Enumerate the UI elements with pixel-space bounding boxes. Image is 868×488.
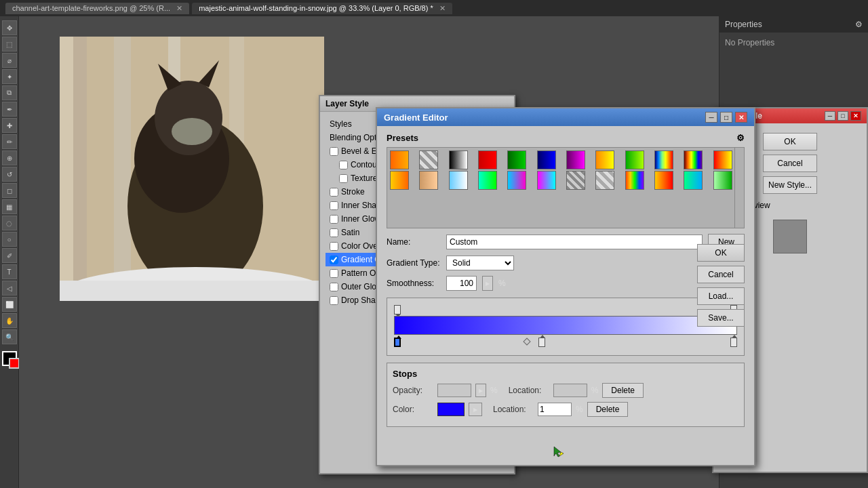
text-tool[interactable]: T (2, 264, 17, 279)
lsr-cancel-button[interactable]: Cancel (763, 155, 817, 172)
gradient-bar[interactable] (394, 316, 737, 335)
color-stop-right[interactable] (730, 338, 737, 347)
minimize-button[interactable]: ─ (705, 112, 717, 123)
preset-7[interactable] (566, 150, 585, 169)
foreground-color[interactable] (2, 351, 17, 366)
ok-button[interactable]: OK (697, 244, 745, 262)
preset-19[interactable] (566, 171, 585, 190)
opacity-stop-input[interactable] (437, 384, 471, 397)
preset-12[interactable] (713, 150, 732, 169)
preset-14[interactable] (419, 171, 438, 190)
presets-scrollbar[interactable] (734, 148, 744, 228)
heal-tool[interactable]: ✚ (2, 118, 17, 133)
ls-texture-check[interactable] (339, 174, 348, 183)
opacity-stop-row: Opacity: ▶ % Location: % Delete (393, 383, 738, 398)
magic-wand-tool[interactable]: ✦ (2, 69, 17, 84)
brush-tool[interactable]: ✏ (2, 134, 17, 149)
preset-15[interactable] (449, 171, 468, 190)
ls-pattern-check[interactable] (330, 269, 338, 278)
preset-21[interactable] (625, 171, 644, 190)
color-stop-left[interactable] (394, 338, 401, 347)
preset-6[interactable] (537, 150, 556, 169)
smoothness-label: Smoothness: (387, 279, 441, 288)
opacity-stop-bar (394, 304, 737, 314)
preset-8[interactable] (595, 150, 614, 169)
eyedropper-tool[interactable]: ✒ (2, 102, 17, 117)
opacity-stepper[interactable]: ▶ (475, 384, 486, 397)
color-location-input[interactable] (538, 403, 572, 416)
stamp-tool[interactable]: ⊕ (2, 150, 17, 165)
presets-grid-container[interactable] (387, 147, 745, 228)
preset-3[interactable] (449, 150, 468, 169)
midpoint-diamond[interactable] (524, 338, 531, 345)
opacity-stop-left[interactable] (394, 305, 401, 314)
opacity-delete-button[interactable]: Delete (602, 383, 644, 398)
background-color[interactable] (9, 358, 20, 369)
presets-settings-icon[interactable]: ⚙ (736, 133, 745, 143)
ls-satin-check[interactable] (330, 228, 338, 237)
smoothness-stepper[interactable]: ▶ (482, 276, 493, 291)
preset-13[interactable] (390, 171, 409, 190)
ls-drop-check[interactable] (330, 296, 338, 305)
ls-contour-check[interactable] (339, 161, 348, 169)
ls-color-check[interactable] (330, 242, 338, 251)
load-button[interactable]: Load... (697, 287, 745, 305)
preset-4[interactable] (478, 150, 497, 169)
save-button[interactable]: Save... (697, 309, 745, 327)
marquee-tool[interactable]: ⬚ (2, 37, 17, 52)
ls-gradient-check[interactable] (330, 256, 338, 264)
preset-1[interactable] (390, 150, 409, 169)
blur-tool[interactable]: ◌ (2, 216, 17, 230)
ls-bevel-check[interactable] (330, 147, 338, 156)
lsr-maximize[interactable]: □ (837, 111, 848, 121)
path-select-tool[interactable]: ◁ (2, 281, 17, 296)
lsr-ok-button[interactable]: OK (763, 133, 817, 150)
preset-18[interactable] (537, 171, 556, 190)
preset-22[interactable] (654, 171, 673, 190)
preset-5[interactable] (507, 150, 526, 169)
preset-2[interactable] (419, 150, 438, 169)
tab-close-wolf[interactable]: ✕ (439, 4, 446, 13)
preset-17[interactable] (507, 171, 526, 190)
ls-stroke-check[interactable] (330, 188, 338, 197)
hand-tool[interactable]: ✋ (2, 313, 17, 328)
preset-11[interactable] (684, 150, 703, 169)
color-stop-middle[interactable] (538, 338, 545, 347)
preset-23[interactable] (684, 171, 703, 190)
color-arrow-button[interactable]: ▶ (469, 403, 482, 416)
tab-wolf[interactable]: majestic-animal-wolf-standing-in-snow.jp… (192, 3, 452, 14)
smoothness-input[interactable] (446, 276, 477, 291)
cancel-button[interactable]: Cancel (697, 266, 745, 283)
lsr-new-style-button[interactable]: New Style... (763, 176, 817, 194)
color-delete-button[interactable]: Delete (587, 402, 629, 417)
shape-tool[interactable]: ⬜ (2, 297, 17, 312)
history-brush-tool[interactable]: ↺ (2, 167, 17, 182)
preset-9[interactable] (625, 150, 644, 169)
ls-inner-shadow-check[interactable] (330, 201, 338, 210)
opacity-location-input[interactable] (553, 384, 587, 397)
tab-fireworks[interactable]: channel-art-template-fireworks.png @ 25%… (5, 3, 189, 14)
preset-16[interactable] (478, 171, 497, 190)
gradient-type-select[interactable]: Solid Noise (446, 256, 514, 270)
ls-inner-glow-check[interactable] (330, 215, 338, 224)
gradient-tool[interactable]: ▦ (2, 199, 17, 214)
preset-24[interactable] (713, 171, 732, 190)
ls-outer-check[interactable] (330, 283, 338, 291)
name-input[interactable] (446, 235, 703, 249)
move-tool[interactable]: ✥ (2, 20, 17, 35)
preset-10[interactable] (654, 150, 673, 169)
tab-close-fireworks[interactable]: ✕ (176, 4, 182, 13)
eraser-tool[interactable]: ◻ (2, 183, 17, 198)
zoom-tool[interactable]: 🔍 (2, 329, 17, 344)
properties-panel-header: Properties ⚙ (719, 16, 868, 33)
close-button[interactable]: ✕ (735, 112, 747, 123)
dodge-tool[interactable]: ○ (2, 232, 17, 247)
lsr-close[interactable]: ✕ (850, 111, 861, 121)
maximize-button[interactable]: □ (720, 112, 732, 123)
pen-tool[interactable]: ✐ (2, 248, 17, 263)
lasso-tool[interactable]: ⌀ (2, 53, 17, 68)
color-swatch[interactable] (437, 403, 465, 416)
preset-20[interactable] (595, 171, 614, 190)
crop-tool[interactable]: ⧉ (2, 85, 17, 100)
lsr-minimize[interactable]: ─ (825, 111, 835, 121)
